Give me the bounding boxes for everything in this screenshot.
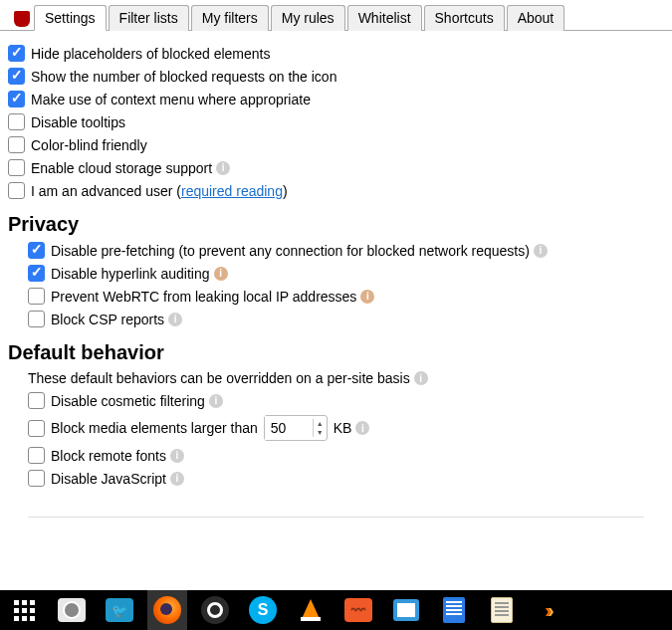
label-advanced-user: I am an advanced user (required reading): [31, 183, 288, 199]
tab-my-filters[interactable]: My filters: [191, 5, 269, 31]
label-kb: KB: [334, 420, 352, 436]
screenshot-app-icon[interactable]: [52, 590, 92, 630]
default-behavior-heading: Default behavior: [8, 341, 664, 364]
taskbar: S ››: [0, 590, 672, 630]
skype-icon[interactable]: S: [243, 590, 283, 630]
checkbox-disable-tooltips[interactable]: [8, 113, 25, 130]
info-icon[interactable]: i: [534, 244, 548, 258]
label-remote-fonts: Block remote fonts: [51, 448, 166, 464]
label-color-blind: Color-blind friendly: [31, 137, 147, 153]
tab-shortcuts[interactable]: Shortcuts: [424, 5, 505, 31]
checkbox-webrtc[interactable]: [28, 288, 45, 305]
label-cloud-storage: Enable cloud storage support: [31, 160, 212, 176]
label-hide-placeholders: Hide placeholders of blocked elements: [31, 46, 270, 62]
info-icon[interactable]: i: [209, 394, 223, 408]
tabs-bar: Settings Filter lists My filters My rule…: [0, 0, 672, 31]
checkbox-disable-js[interactable]: [28, 470, 45, 487]
vlc-icon[interactable]: [291, 590, 331, 630]
tab-my-rules[interactable]: My rules: [271, 5, 345, 31]
spin-down-icon[interactable]: ▼: [314, 428, 327, 437]
checkbox-show-blocked-count[interactable]: [8, 68, 25, 85]
info-icon[interactable]: i: [216, 161, 230, 175]
media-size-field: ▲ ▼: [264, 415, 328, 441]
media-size-spinner: ▲ ▼: [313, 419, 327, 437]
required-reading-link[interactable]: required reading: [181, 183, 283, 199]
checkbox-hide-placeholders[interactable]: [8, 45, 25, 62]
info-icon[interactable]: i: [170, 472, 184, 486]
tab-settings[interactable]: Settings: [34, 5, 107, 31]
label-webrtc: Prevent WebRTC from leaking local IP add…: [51, 289, 356, 305]
checkbox-cloud-storage[interactable]: [8, 159, 25, 176]
checkbox-advanced-user[interactable]: [8, 182, 25, 199]
label-csp: Block CSP reports: [51, 312, 164, 327]
checkbox-csp[interactable]: [28, 311, 45, 327]
default-behavior-intro: These default behaviors can be overridde…: [28, 370, 410, 386]
label-cosmetic-filtering: Disable cosmetic filtering: [51, 393, 205, 409]
label-show-blocked-count: Show the number of blocked requests on t…: [31, 69, 336, 85]
flame-app-icon[interactable]: ››: [530, 590, 569, 630]
checkbox-block-media[interactable]: [28, 420, 45, 437]
checkbox-hyperlink-audit[interactable]: [28, 265, 45, 282]
checkbox-context-menu[interactable]: [8, 91, 25, 107]
checkbox-cosmetic-filtering[interactable]: [28, 392, 45, 409]
advanced-user-text-pre: I am an advanced user (: [31, 183, 181, 199]
checkbox-color-blind[interactable]: [8, 136, 25, 153]
label-disable-tooltips: Disable tooltips: [31, 114, 125, 130]
checkbox-remote-fonts[interactable]: [28, 447, 45, 464]
tab-whitelist[interactable]: Whitelist: [347, 5, 422, 31]
checkbox-prefetch[interactable]: [28, 242, 45, 259]
divider: [28, 517, 644, 518]
label-prefetch: Disable pre-fetching (to prevent any con…: [51, 243, 530, 259]
ublock-shield-icon: [14, 11, 30, 27]
info-icon[interactable]: i: [214, 267, 228, 281]
bird-app-icon[interactable]: [100, 590, 139, 630]
spin-up-icon[interactable]: ▲: [314, 419, 327, 428]
kraken-app-icon[interactable]: [338, 590, 378, 630]
apps-launcher-icon[interactable]: [4, 590, 44, 630]
info-icon[interactable]: i: [170, 449, 184, 463]
tab-filter-lists[interactable]: Filter lists: [109, 5, 189, 31]
tab-about[interactable]: About: [507, 5, 565, 31]
label-block-media: Block media elements larger than: [51, 420, 258, 436]
info-icon[interactable]: i: [168, 313, 182, 326]
notes-app-icon[interactable]: [482, 590, 522, 630]
advanced-user-text-post: ): [283, 183, 288, 199]
label-disable-js: Disable JavaScript: [51, 471, 166, 487]
info-icon[interactable]: i: [360, 290, 374, 304]
firefox-icon[interactable]: [147, 590, 187, 630]
info-icon[interactable]: i: [355, 421, 369, 435]
document-app-icon[interactable]: [434, 590, 474, 630]
window-app-icon[interactable]: [386, 590, 426, 630]
settings-content: Hide placeholders of blocked elements Sh…: [0, 31, 672, 518]
label-context-menu: Make use of context menu where appropria…: [31, 92, 311, 107]
info-icon[interactable]: i: [414, 371, 428, 385]
privacy-heading: Privacy: [8, 213, 664, 236]
steam-icon[interactable]: [195, 590, 235, 630]
label-hyperlink-audit: Disable hyperlink auditing: [51, 266, 210, 282]
media-size-input[interactable]: [265, 416, 313, 440]
